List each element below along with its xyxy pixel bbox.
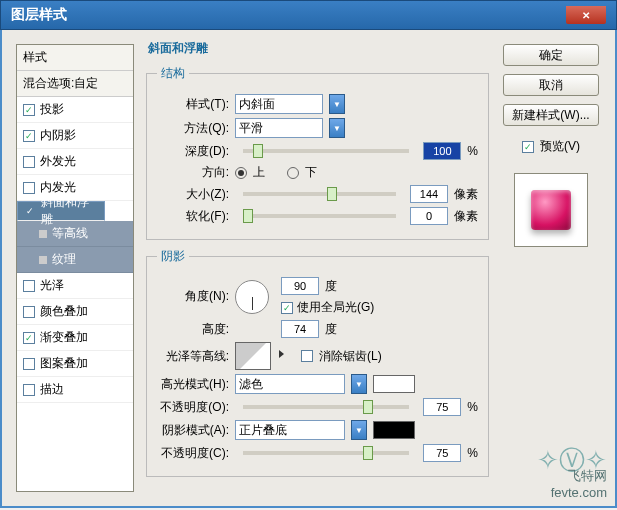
highlight-mode-select[interactable]: 滤色 [235,374,345,394]
depth-label: 深度(D): [157,143,229,160]
style-select[interactable]: 内斜面 [235,94,323,114]
size-input[interactable] [410,185,448,203]
style-stroke[interactable]: 描边 [17,377,133,403]
depth-slider[interactable] [243,149,409,153]
checkbox-icon[interactable]: ✓ [23,130,35,142]
style-inner-shadow[interactable]: ✓内阴影 [17,123,133,149]
gloss-contour-label: 光泽等高线: [157,348,229,365]
bullet-icon [39,256,47,264]
style-texture[interactable]: 纹理 [17,247,133,273]
dropdown-icon[interactable]: ▼ [329,94,345,114]
dropdown-icon[interactable]: ▼ [351,420,367,440]
shadow-opacity-label: 不透明度(C): [157,445,229,462]
highlight-opacity-input[interactable] [423,398,461,416]
shadow-opacity-slider[interactable] [243,451,409,455]
shadow-mode-label: 阴影模式(A): [157,422,229,439]
depth-input[interactable] [423,142,461,160]
highlight-opacity-label: 不透明度(O): [157,399,229,416]
checkbox-icon[interactable] [23,384,35,396]
new-style-button[interactable]: 新建样式(W)... [503,104,599,126]
bullet-icon [39,230,47,238]
checkbox-icon[interactable] [23,306,35,318]
contour-picker[interactable] [235,342,271,370]
right-panel: 确定 取消 新建样式(W)... ✓预览(V) [501,44,601,492]
soften-slider[interactable] [243,214,396,218]
style-label: 样式(T): [157,96,229,113]
style-color-overlay[interactable]: 颜色叠加 [17,299,133,325]
shadow-mode-select[interactable]: 正片叠底 [235,420,345,440]
antialias-checkbox[interactable] [301,350,313,362]
checkbox-icon[interactable] [23,358,35,370]
size-label: 大小(Z): [157,186,229,203]
checkbox-icon[interactable] [23,280,35,292]
style-contour[interactable]: 等高线 [17,221,133,247]
highlight-opacity-slider[interactable] [243,405,409,409]
checkbox-icon[interactable] [23,182,35,194]
dir-down-radio[interactable] [287,167,299,179]
size-slider[interactable] [243,192,396,196]
highlight-color-swatch[interactable] [373,375,415,393]
ok-button[interactable]: 确定 [503,44,599,66]
shading-group: 阴影 角度(N): 度 ✓使用全局光(G) 高度: 度 光 [146,248,489,477]
panel-title: 斜面和浮雕 [148,40,489,57]
dropdown-icon[interactable]: ▼ [329,118,345,138]
style-pattern-overlay[interactable]: 图案叠加 [17,351,133,377]
angle-input[interactable] [281,277,319,295]
checkbox-icon[interactable]: ✓ [24,205,36,217]
close-button[interactable]: ✕ [566,6,606,24]
close-icon: ✕ [582,10,590,21]
highlight-mode-label: 高光模式(H): [157,376,229,393]
styles-header[interactable]: 样式 [17,45,133,71]
blend-header[interactable]: 混合选项:自定 [17,71,133,97]
shadow-color-swatch[interactable] [373,421,415,439]
dir-up-radio[interactable] [235,167,247,179]
shadow-opacity-input[interactable] [423,444,461,462]
settings-panel: 斜面和浮雕 结构 样式(T): 内斜面▼ 方法(Q): 平滑▼ 深度(D): %… [146,40,489,492]
title-bar: 图层样式 ✕ [0,0,617,30]
structure-legend: 结构 [157,65,189,82]
soften-label: 软化(F): [157,208,229,225]
structure-group: 结构 样式(T): 内斜面▼ 方法(Q): 平滑▼ 深度(D): % 方向: 上… [146,65,489,240]
checkbox-icon[interactable]: ✓ [23,332,35,344]
style-gradient-overlay[interactable]: ✓渐变叠加 [17,325,133,351]
preview-swatch [531,190,571,230]
style-satin[interactable]: 光泽 [17,273,133,299]
dropdown-icon[interactable]: ▼ [351,374,367,394]
method-select[interactable]: 平滑 [235,118,323,138]
angle-label: 角度(N): [157,288,229,305]
checkbox-icon[interactable]: ✓ [23,104,35,116]
style-bevel-emboss[interactable]: ✓斜面和浮雕 [17,201,105,221]
global-light-checkbox[interactable]: ✓ [281,302,293,314]
method-label: 方法(Q): [157,120,229,137]
styles-list: 样式 混合选项:自定 ✓投影 ✓内阴影 外发光 内发光 ✓斜面和浮雕 等高线 纹… [16,44,134,492]
dialog-body: 样式 混合选项:自定 ✓投影 ✓内阴影 外发光 内发光 ✓斜面和浮雕 等高线 纹… [0,30,617,508]
altitude-input[interactable] [281,320,319,338]
style-drop-shadow[interactable]: ✓投影 [17,97,133,123]
checkbox-icon[interactable] [23,156,35,168]
window-title: 图层样式 [11,6,67,24]
angle-dial[interactable] [235,280,269,314]
shading-legend: 阴影 [157,248,189,265]
soften-input[interactable] [410,207,448,225]
style-outer-glow[interactable]: 外发光 [17,149,133,175]
preview-box [514,173,588,247]
cancel-button[interactable]: 取消 [503,74,599,96]
direction-label: 方向: [157,164,229,181]
altitude-label: 高度: [157,321,229,338]
preview-checkbox[interactable]: ✓ [522,141,534,153]
